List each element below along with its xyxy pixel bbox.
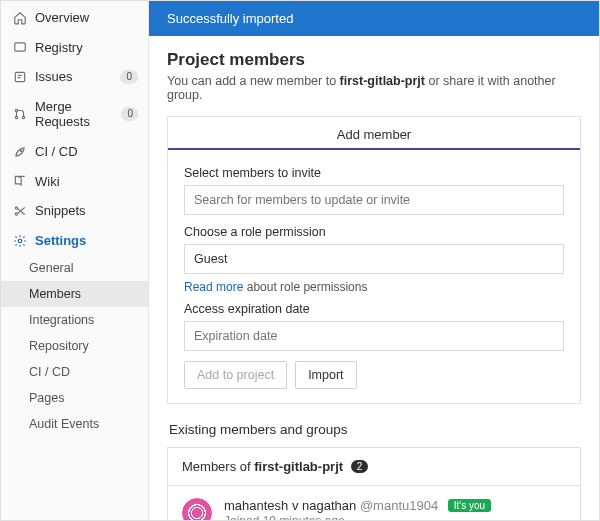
svg-rect-0 (15, 43, 26, 51)
members-box: Members of first-gitlab-prjt 2 mahantesh… (167, 447, 581, 520)
sidebar-item-wiki[interactable]: Wiki (1, 167, 148, 197)
main: Successfully imported Project members Yo… (149, 1, 599, 520)
svg-point-2 (15, 110, 17, 112)
member-joined: Joined 19 minutes ago (224, 514, 491, 520)
sidebar-item-label: Registry (35, 40, 83, 56)
rocket-icon (13, 145, 27, 159)
sidebar-item-label: Wiki (35, 174, 60, 190)
svg-point-3 (15, 117, 17, 119)
page-title: Project members (167, 50, 581, 70)
members-header: Members of first-gitlab-prjt 2 (168, 448, 580, 486)
subnav-pages[interactable]: Pages (1, 385, 148, 411)
avatar (182, 498, 212, 520)
select-members-label: Select members to invite (184, 166, 564, 180)
issues-icon (13, 70, 27, 84)
member-name: mahantesh v nagathan @mantu1904 It's you (224, 498, 491, 513)
sidebar-item-label: CI / CD (35, 144, 78, 160)
svg-point-5 (20, 150, 22, 152)
subnav-general[interactable]: General (1, 255, 148, 281)
page-description: You can add a new member to first-gitlab… (167, 74, 581, 102)
subnav-cicd[interactable]: CI / CD (1, 359, 148, 385)
merge-icon (13, 107, 27, 121)
expiration-label: Access expiration date (184, 302, 564, 316)
subnav-audit-events[interactable]: Audit Events (1, 411, 148, 437)
gear-icon (13, 234, 27, 248)
sidebar-item-label: Settings (35, 233, 86, 249)
scissors-icon (13, 204, 27, 218)
sidebar-item-snippets[interactable]: Snippets (1, 196, 148, 226)
select-members-input[interactable] (184, 185, 564, 215)
svg-point-6 (15, 207, 17, 209)
add-member-panel: Select members to invite Choose a role p… (167, 150, 581, 404)
sidebar-item-cicd[interactable]: CI / CD (1, 137, 148, 167)
subnav-repository[interactable]: Repository (1, 333, 148, 359)
registry-icon (13, 40, 27, 54)
sidebar-item-merge-requests[interactable]: Merge Requests 0 (1, 92, 148, 137)
success-banner: Successfully imported (149, 1, 599, 36)
expiration-input[interactable] (184, 321, 564, 351)
tab-add-member[interactable]: Add member (167, 116, 581, 150)
sidebar-item-registry[interactable]: Registry (1, 33, 148, 63)
book-icon (13, 174, 27, 188)
role-label: Choose a role permission (184, 225, 564, 239)
add-to-project-button[interactable]: Add to project (184, 361, 287, 389)
svg-point-4 (22, 117, 24, 119)
subnav-integrations[interactable]: Integrations (1, 307, 148, 333)
svg-point-7 (15, 213, 17, 215)
issues-badge: 0 (120, 70, 138, 84)
subnav-members[interactable]: Members (1, 281, 148, 307)
its-you-badge: It's you (448, 499, 491, 512)
sidebar-item-label: Merge Requests (35, 99, 113, 130)
sidebar-item-label: Issues (35, 69, 73, 85)
home-icon (13, 11, 27, 25)
role-help[interactable]: Read more about role permissions (184, 280, 564, 294)
merge-badge: 0 (121, 107, 138, 121)
member-row: mahantesh v nagathan @mantu1904 It's you… (168, 486, 580, 520)
existing-members-title: Existing members and groups (169, 422, 579, 437)
role-select[interactable]: Guest (184, 244, 564, 274)
import-button[interactable]: Import (295, 361, 356, 389)
sidebar-item-issues[interactable]: Issues 0 (1, 62, 148, 92)
svg-point-8 (18, 239, 22, 243)
sidebar-item-label: Snippets (35, 203, 86, 219)
sidebar-item-settings[interactable]: Settings (1, 226, 148, 256)
members-count: 2 (351, 460, 369, 473)
sidebar: Overview Registry Issues 0 Merge Request… (1, 1, 149, 520)
sidebar-item-label: Overview (35, 10, 89, 26)
settings-subnav: General Members Integrations Repository … (1, 255, 148, 437)
sidebar-item-overview[interactable]: Overview (1, 3, 148, 33)
